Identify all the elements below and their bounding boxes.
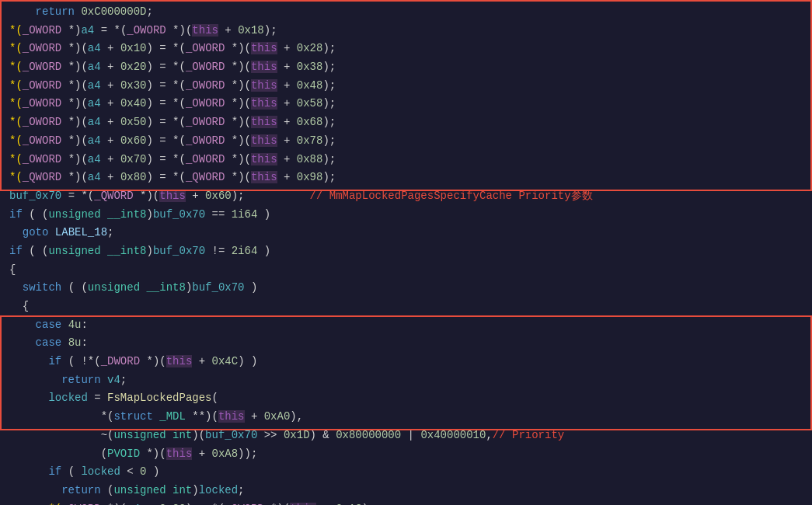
code-line: switch ( (unsigned __int8)buf_0x70 ) bbox=[0, 279, 812, 298]
code-line: locked = FsMapLockedPages( bbox=[0, 389, 812, 408]
code-line: *(_OWORD *)(a4 + 0x10) = *(_OWORD *)(thi… bbox=[0, 40, 812, 58]
code-line: if ( (unsigned __int8)buf_0x70 != 2i64 ) bbox=[0, 242, 812, 261]
code-line: *(_QWORD *)(a4 + 0x20) = *(_QWORD *)(thi… bbox=[0, 500, 812, 505]
code-line: return (unsigned int)locked; bbox=[0, 482, 812, 500]
code-line: *(_OWORD *)(a4 + 0x30) = *(_OWORD *)(thi… bbox=[0, 77, 812, 96]
code-line: case 8u: bbox=[0, 334, 812, 353]
code-line: *(_QWORD *)(a4 + 0x80) = *(_QWORD *)(thi… bbox=[0, 169, 812, 187]
code-line: buf_0x70 = *(_QWORD *)(this + 0x60); // … bbox=[0, 187, 812, 206]
code-line: *(_OWORD *)(a4 + 0x70) = *(_OWORD *)(thi… bbox=[0, 151, 812, 169]
code-line: *(struct _MDL **)(this + 0xA0), bbox=[0, 408, 812, 427]
code-line: goto LABEL_18; bbox=[0, 224, 812, 242]
code-container: return 0xC000000D; *(_OWORD *)a4 = *(_OW… bbox=[0, 0, 812, 505]
code-line: { bbox=[0, 261, 812, 280]
code-line: ~(unsigned int)(buf_0x70 >> 0x1D) & 0x80… bbox=[0, 427, 812, 445]
code-line: { bbox=[0, 298, 812, 316]
code-line: if ( locked < 0 ) bbox=[0, 463, 812, 482]
code-line: *(_OWORD *)(a4 + 0x40) = *(_OWORD *)(thi… bbox=[0, 95, 812, 113]
code-line: *(_OWORD *)(a4 + 0x50) = *(_OWORD *)(thi… bbox=[0, 113, 812, 132]
code-line: *(_OWORD *)(a4 + 0x20) = *(_OWORD *)(thi… bbox=[0, 58, 812, 77]
code-line: *(_OWORD *)(a4 + 0x60) = *(_OWORD *)(thi… bbox=[0, 132, 812, 151]
code-line: if ( !*(_DWORD *)(this + 0x4C) ) bbox=[0, 353, 812, 371]
code-line: if ( (unsigned __int8)buf_0x70 == 1i64 ) bbox=[0, 206, 812, 225]
code-line: case 4u: bbox=[0, 316, 812, 335]
code-line: (PVOID *)(this + 0xA8)); bbox=[0, 445, 812, 464]
code-line: return v4; bbox=[0, 371, 812, 390]
code-line: *(_OWORD *)a4 = *(_OWORD *)(this + 0x18)… bbox=[0, 22, 812, 40]
code-line: return 0xC000000D; bbox=[0, 3, 812, 22]
